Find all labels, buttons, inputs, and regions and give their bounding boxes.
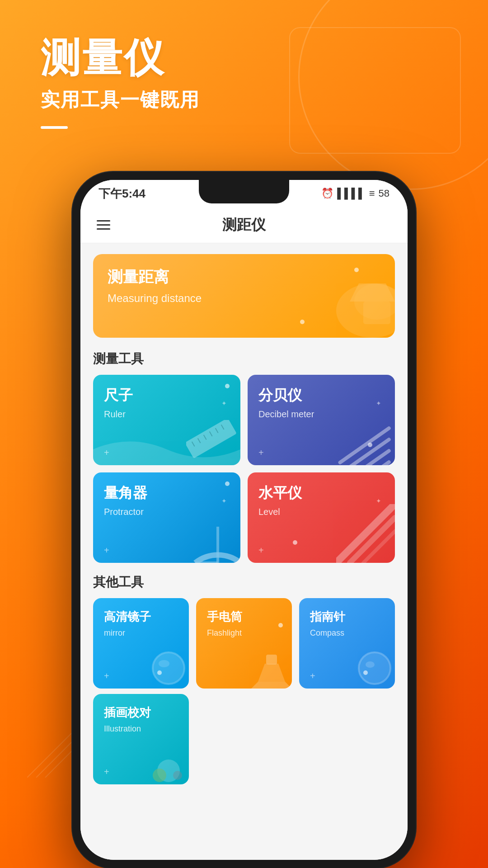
banner-content: 测量距离 Measuring distance [93, 254, 395, 317]
flashlight-title: 手电筒 [207, 609, 281, 625]
mirror-subtitle: mirror [104, 628, 178, 638]
phone-screen: 下午5:44 ⏰ ▌▌▌▌ ≡ 58 测距仪 [80, 180, 408, 860]
phone-outer: 下午5:44 ⏰ ▌▌▌▌ ≡ 58 测距仪 [72, 172, 416, 868]
illustration-plus: + [104, 767, 109, 777]
signal-icon: ▌▌▌▌ [337, 188, 365, 199]
header-divider [41, 126, 68, 129]
wifi-icon: ≡ [369, 188, 375, 199]
phone-mockup: 下午5:44 ⏰ ▌▌▌▌ ≡ 58 测距仪 [72, 172, 416, 868]
app-header: 测距仪 [80, 207, 408, 243]
compass-card-content: 指南针 Compass + [299, 598, 395, 689]
decibel-star: ✦ [376, 400, 381, 407]
ruler-card-content: 尺子 Ruler ✦ + [93, 375, 240, 465]
compass-title: 指南针 [310, 609, 384, 625]
protractor-star: ✦ [221, 497, 227, 505]
app-name: 测量仪 [41, 36, 200, 80]
banner-dot-2 [300, 320, 305, 324]
decibel-card-content: 分贝仪 Decibel meter ✦ + [248, 375, 395, 465]
protractor-card-content: 量角器 Protractor ✦ + [93, 472, 240, 563]
compass-subtitle: Compass [310, 628, 384, 638]
compass-plus: + [310, 671, 315, 681]
hamburger-line-3 [97, 228, 110, 230]
phone-notch [199, 180, 289, 203]
decibel-card[interactable]: 分贝仪 Decibel meter ✦ + [248, 375, 395, 465]
banner-card[interactable]: 测量距离 Measuring distance [93, 254, 395, 338]
measurement-tool-grid: 尺子 Ruler ✦ + [80, 375, 408, 563]
protractor-title: 量角器 [104, 483, 230, 503]
level-subtitle: Level [258, 507, 384, 517]
compass-card[interactable]: 指南针 Compass + [299, 598, 395, 689]
flashlight-card[interactable]: 手电筒 Flashlight [196, 598, 292, 689]
ruler-star: ✦ [221, 400, 227, 407]
illustration-card-content: 插画校对 Illustration + [93, 694, 189, 784]
level-card[interactable]: 水平仪 Level ✦ + [248, 472, 395, 563]
status-icons: ⏰ ▌▌▌▌ ≡ 58 [321, 188, 389, 199]
decibel-subtitle: Decibel meter [258, 409, 384, 420]
level-plus: + [258, 545, 264, 556]
screen-title: 测距仪 [222, 215, 266, 235]
battery-icon: 58 [379, 188, 389, 199]
other-section-label: 其他工具 [80, 570, 408, 598]
hamburger-line-1 [97, 220, 110, 222]
other-tool-grid: 高清镜子 mirror + 手电筒 [80, 598, 408, 689]
protractor-card[interactable]: 量角器 Protractor ✦ + [93, 472, 240, 563]
illustration-subtitle: Illustration [104, 724, 178, 734]
header-section: 测量仪 实用工具一键既用 [41, 36, 200, 129]
ruler-title: 尺子 [104, 386, 230, 406]
banner-subtitle: Measuring distance [108, 292, 380, 305]
illustration-card[interactable]: 插画校对 Illustration + [93, 694, 189, 784]
hamburger-button[interactable] [97, 220, 110, 230]
protractor-subtitle: Protractor [104, 507, 230, 517]
mirror-plus: + [104, 671, 109, 681]
ruler-plus: + [104, 448, 109, 458]
hamburger-line-2 [97, 224, 110, 226]
level-title: 水平仪 [258, 483, 384, 503]
level-card-content: 水平仪 Level ✦ + [248, 472, 395, 563]
mirror-title: 高清镜子 [104, 609, 178, 625]
flashlight-dot-star [278, 623, 283, 627]
alarm-icon: ⏰ [321, 188, 333, 199]
decibel-plus: + [258, 448, 264, 458]
flashlight-card-content: 手电筒 Flashlight [196, 598, 292, 689]
mirror-card[interactable]: 高清镜子 mirror + [93, 598, 189, 689]
protractor-plus: + [104, 545, 109, 556]
other-tool-grid-2: 插画校对 Illustration + [80, 694, 408, 784]
app-tagline: 实用工具一键既用 [41, 87, 200, 113]
decibel-title: 分贝仪 [258, 386, 384, 406]
app-content: 测量距离 Measuring distance [80, 243, 408, 860]
status-time: 下午5:44 [99, 186, 145, 202]
mirror-card-content: 高清镜子 mirror + [93, 598, 189, 689]
banner-title: 测量距离 [108, 267, 380, 288]
measurement-section-label: 测量工具 [80, 347, 408, 375]
illustration-title: 插画校对 [104, 705, 178, 721]
flashlight-subtitle: Flashlight [207, 628, 281, 638]
level-star: ✦ [376, 497, 381, 505]
ruler-card[interactable]: 尺子 Ruler ✦ + [93, 375, 240, 465]
ruler-subtitle: Ruler [104, 409, 230, 420]
